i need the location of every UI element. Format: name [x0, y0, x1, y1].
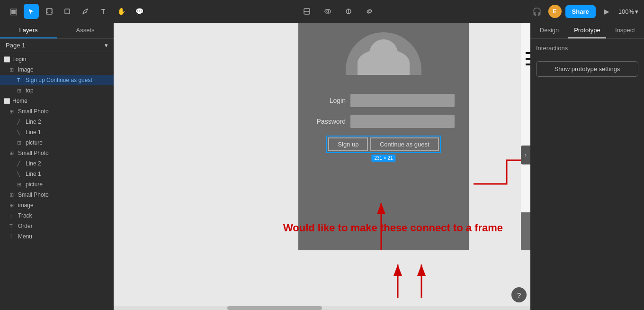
about-icons-row: Menu Order — [521, 79, 530, 136]
canvas-scrollbar-thumb[interactable] — [227, 306, 322, 310]
layer-item-picture-1[interactable]: ⊞ picture — [0, 137, 114, 148]
login-form: Login Password Sign up Continue as guest — [298, 75, 469, 161]
guest-button[interactable]: Continue as guest — [370, 137, 439, 151]
password-label: Password — [313, 118, 346, 125]
toolbar-right: 🎧 E Share ▶ 100% ▾ — [529, 4, 638, 19]
component-icon[interactable] — [300, 5, 313, 18]
layer-item-home[interactable]: ⬜ Home — [0, 96, 114, 106]
right-panel: Design Prototype Inspect Interactions Sh… — [530, 23, 644, 310]
layer-tree: ⬜ Login ⊞ image T Sign up Continue as gu… — [0, 52, 114, 310]
toolbar-left: ▣ T ✋ 💬 — [6, 4, 147, 19]
link-icon[interactable] — [363, 5, 376, 18]
svg-rect-0 — [46, 9, 52, 14]
blend-icon[interactable] — [342, 5, 355, 18]
layer-item-signup-text[interactable]: T Sign up Continue as guest — [0, 75, 114, 85]
password-row: Password — [313, 115, 455, 128]
component-icon5: ⊞ — [9, 202, 16, 209]
component-icon3: ⊞ — [9, 150, 16, 156]
right-panel-collapse[interactable]: › — [521, 146, 530, 164]
tab-design[interactable]: Design — [530, 23, 568, 38]
toolbar: ▣ T ✋ 💬 — [0, 0, 644, 23]
line-icon2: ╲ — [17, 130, 24, 135]
login-frame: Login Password Sign up Continue as guest — [298, 23, 469, 250]
text-tool[interactable]: T — [96, 4, 111, 19]
zoom-control[interactable]: 100% ▾ — [618, 8, 638, 15]
frame-icon: ⬜ — [4, 56, 10, 63]
canvas-scrollbar[interactable] — [114, 306, 530, 310]
layer-item-small-photo-2[interactable]: ⊞ Small Photo — [0, 148, 114, 158]
main-layout: Layers Assets Page 1 ▾ ⬜ Login ⊞ image T… — [0, 23, 644, 310]
layer-item-top[interactable]: ⊞ top — [0, 85, 114, 96]
tab-assets[interactable]: Assets — [57, 23, 114, 38]
tab-inspect[interactable]: Inspect — [606, 23, 644, 38]
annotation-text: Would like to make these connect to a fr… — [260, 222, 526, 234]
canvas: Login Password Sign up Continue as guest — [114, 23, 530, 310]
layer-item-order[interactable]: T Order — [0, 221, 114, 231]
frame-icon3: ⊞ — [17, 140, 24, 146]
password-input[interactable] — [350, 115, 455, 128]
text-icon2: T — [9, 213, 16, 219]
about-frame: ABOUT US Menu — [521, 23, 530, 250]
about-title: ABOUT US — [521, 23, 530, 52]
text-icon3: T — [9, 223, 16, 229]
component-icon: ⊞ — [9, 67, 16, 73]
signup-button[interactable]: Sign up — [328, 137, 368, 151]
show-prototype-button[interactable]: Show prototype settings — [536, 61, 638, 77]
layer-item-line1-2[interactable]: ╲ Line 1 — [0, 169, 114, 179]
frame-tool[interactable] — [42, 4, 57, 19]
login-avatar-area — [298, 23, 469, 75]
login-label: Login — [313, 97, 346, 104]
layer-item-menu[interactable]: T Menu — [0, 231, 114, 242]
canvas-inner: Login Password Sign up Continue as guest — [114, 23, 530, 310]
layer-item-login[interactable]: ⬜ Login — [0, 54, 114, 64]
page-selector[interactable]: Page 1 ▾ — [0, 39, 114, 52]
comment-tool[interactable]: 💬 — [132, 4, 147, 19]
help-button[interactable]: ? — [511, 287, 527, 302]
line-icon4: ╲ — [17, 172, 24, 177]
about-line-3 — [526, 64, 530, 65]
layer-item-line2-2[interactable]: ╱ Line 2 — [0, 158, 114, 169]
layer-item-image2[interactable]: ⊞ image — [0, 200, 114, 210]
hand-tool[interactable]: ✋ — [114, 4, 129, 19]
layer-item-track[interactable]: T Track — [0, 210, 114, 221]
shape-tool[interactable] — [60, 4, 75, 19]
select-tool[interactable] — [24, 4, 39, 19]
toolbar-center — [151, 5, 526, 18]
login-row: Login — [313, 94, 455, 107]
component-icon4: ⊞ — [9, 192, 16, 198]
frame-icon2: ⬜ — [4, 98, 10, 104]
line-icon3: ╱ — [17, 161, 24, 166]
layer-item-line2-1[interactable]: ╱ Line 2 — [0, 117, 114, 127]
frame-icon4: ⊞ — [17, 182, 24, 188]
right-tabs: Design Prototype Inspect — [530, 23, 644, 39]
frame-icon-sm: ⊞ — [17, 88, 24, 94]
play-button[interactable]: ▶ — [599, 4, 615, 19]
about-line-1 — [526, 52, 530, 54]
size-badge: 231 × 21 — [371, 155, 395, 162]
line-icon1: ╱ — [17, 119, 24, 125]
layer-item-picture-2[interactable]: ⊞ picture — [0, 179, 114, 190]
about-line-2 — [526, 58, 530, 60]
layer-item-small-photo-1[interactable]: ⊞ Small Photo — [0, 106, 114, 117]
pen-tool[interactable] — [78, 4, 93, 19]
login-input[interactable] — [350, 94, 455, 107]
svg-rect-5 — [65, 9, 70, 14]
text-icon4: T — [9, 234, 16, 239]
left-panel-tabs: Layers Assets — [0, 23, 114, 39]
headphone-icon[interactable]: 🎧 — [529, 4, 545, 19]
figma-menu-icon[interactable]: ▣ — [6, 4, 21, 19]
component-icon2: ⊞ — [9, 109, 16, 115]
left-panel: Layers Assets Page 1 ▾ ⬜ Login ⊞ image T… — [0, 23, 114, 310]
share-button[interactable]: Share — [565, 5, 596, 18]
tab-layers[interactable]: Layers — [0, 23, 57, 38]
layer-item-line1-1[interactable]: ╲ Line 1 — [0, 127, 114, 137]
interactions-label: Interactions — [530, 39, 644, 57]
user-avatar[interactable]: E — [548, 5, 562, 18]
layer-item-small-photo-3[interactable]: ⊞ Small Photo — [0, 190, 114, 200]
about-lines — [521, 52, 530, 79]
mask-icon[interactable] — [321, 5, 334, 18]
text-icon: T — [17, 77, 24, 83]
login-buttons: Sign up Continue as guest 231 × 21 — [313, 137, 455, 151]
tab-prototype[interactable]: Prototype — [568, 23, 606, 38]
layer-item-image1[interactable]: ⊞ image — [0, 64, 114, 75]
